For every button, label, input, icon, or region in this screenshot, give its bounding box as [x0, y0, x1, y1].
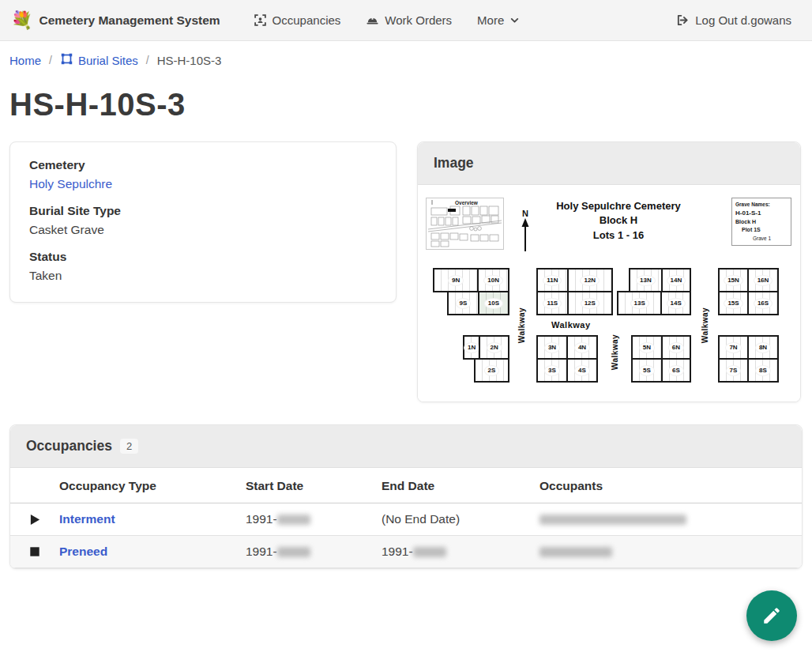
- breadcrumb-separator: /: [49, 54, 52, 66]
- plot-cell-10s-highlighted: 10S: [478, 292, 508, 314]
- plot-cell-13s: 13S: [618, 292, 660, 314]
- map-title-line1: Holy Sepulchre Cemetery: [526, 199, 711, 213]
- logout-button[interactable]: Log Out d.gowans: [667, 7, 801, 33]
- plot-cell-2s: 2S: [476, 360, 508, 381]
- legend-line: H-01-S-1: [735, 209, 788, 218]
- plot-cell-label: 12S: [581, 299, 599, 308]
- type-icon-column-header: [10, 468, 59, 503]
- nav-item-occupancies[interactable]: Occupancies: [244, 7, 351, 33]
- column-header-occupancy-type: Occupancy Type: [59, 468, 246, 503]
- nav-item-label: Work Orders: [385, 13, 452, 27]
- plot-map-image[interactable]: Overview: [425, 191, 793, 394]
- legend-line: Block H: [735, 218, 788, 227]
- top-navigation-bar: 💐 Cemetery Management System Occupancies…: [0, 0, 812, 41]
- hard-hat-icon: [366, 13, 379, 27]
- start-date-cell: 1991-: [246, 503, 382, 536]
- plot-cell-7n: 7N: [720, 337, 747, 358]
- plot-cell-16n: 16N: [747, 270, 777, 291]
- row-type-icon-cell: [10, 536, 59, 568]
- plot-cell-label: 8S: [756, 366, 770, 375]
- nav-item-more[interactable]: More: [468, 7, 529, 33]
- map-title-line3: Lots 1 - 16: [526, 228, 711, 243]
- plot-cell-6n: 6N: [661, 337, 690, 358]
- preneed-link[interactable]: Preneed: [59, 545, 107, 558]
- map-overview-thumbnail: Overview: [426, 198, 504, 250]
- legend-line: Grave Names:: [735, 201, 788, 209]
- play-icon: [29, 514, 41, 526]
- table-row-preneed[interactable]: Preneed 1991- 1991-: [10, 536, 802, 568]
- plot-cell-9n: 9N: [434, 270, 477, 291]
- nav-item-work-orders[interactable]: Work Orders: [356, 7, 461, 33]
- plot-cell-label: 15N: [724, 276, 742, 285]
- plot-cell-14n: 14N: [661, 270, 690, 291]
- plot-strip-3s-4s: 3S 4S: [536, 358, 598, 383]
- plot-cell-label: 16N: [754, 276, 773, 285]
- table-header-row: Occupancy Type Start Date End Date Occup…: [10, 468, 802, 503]
- plot-cell-label: 11S: [543, 299, 561, 308]
- image-card-header: Image: [418, 142, 800, 185]
- occupancies-title: Occupancies: [26, 438, 112, 454]
- occupancies-frame-person-icon: [254, 13, 267, 27]
- edit-fab-button[interactable]: [746, 590, 797, 641]
- redacted-end-date: [413, 547, 446, 557]
- plot-cell-label: 3N: [545, 343, 559, 353]
- legend-line: Plot 1S: [735, 226, 788, 235]
- end-date-cell: 1991-: [382, 536, 539, 568]
- plot-cell-label: 2N: [487, 343, 502, 353]
- end-date-cell: (No End Date): [382, 503, 539, 536]
- occupants-cell: [539, 503, 802, 536]
- overview-label: Overview: [455, 200, 478, 205]
- plot-strip-7n-8n: 7N 8N: [718, 335, 779, 360]
- plot-cell-label: 9S: [457, 299, 471, 308]
- plot-cell-label: 6N: [669, 343, 683, 353]
- occupants-cell: [539, 536, 802, 568]
- table-row-interment[interactable]: Interment 1991- (No End Date): [10, 503, 802, 536]
- plot-strip-2s: 2S: [474, 358, 509, 383]
- plot-boundary-icon: [60, 52, 73, 68]
- logout-label: Log Out d.gowans: [695, 13, 791, 27]
- plot-strip-5s-6s: 5S 6S: [631, 358, 691, 383]
- plot-cell-3s: 3S: [538, 360, 566, 381]
- map-title: Holy Sepulchre Cemetery Block H Lots 1 -…: [526, 199, 711, 243]
- plot-cell-5n: 5N: [633, 337, 661, 358]
- image-card: Image Overview: [417, 141, 801, 402]
- app-brand[interactable]: 💐 Cemetery Management System: [11, 12, 220, 29]
- end-date-prefix: 1991-: [382, 545, 413, 558]
- logout-icon: [676, 13, 690, 27]
- plot-cell-label: 7S: [727, 366, 741, 375]
- plot-strip-3n-4n: 3N 4N: [536, 335, 598, 360]
- plot-cell-label: 11N: [543, 276, 561, 285]
- legend-line: Grave 1: [735, 235, 788, 243]
- plot-cell-1n: 1N: [464, 337, 479, 358]
- plot-cell-label: 14N: [667, 276, 686, 285]
- plot-strip-13n-14n: 13N 14N: [629, 268, 691, 292]
- plot-cell-15s: 15S: [720, 292, 747, 314]
- page-title: HS-H-10S-3: [9, 87, 803, 123]
- interment-link[interactable]: Interment: [59, 512, 115, 526]
- cemetery-field: Cemetery Holy Sepulchre: [29, 158, 377, 191]
- plot-cell-3n: 3N: [538, 337, 566, 358]
- plot-cell-15n: 15N: [720, 270, 747, 291]
- breadcrumb-burial-sites-link[interactable]: Burial Sites: [60, 52, 138, 68]
- plot-cell-label: 5S: [640, 366, 654, 375]
- plot-cell-5s: 5S: [633, 360, 661, 381]
- plot-cell-16s: 16S: [747, 292, 777, 314]
- nav-item-label: Occupancies: [273, 13, 341, 27]
- plot-cell-label: 2S: [485, 366, 499, 375]
- occupancies-count-badge: 2: [120, 439, 138, 454]
- plot-strip-11s-12s: 11S 12S: [536, 291, 613, 315]
- breadcrumb-home-link[interactable]: Home: [9, 54, 41, 67]
- breadcrumb: Home / Burial Sites / HS-H-10S-3: [0, 41, 812, 76]
- chevron-down-icon: [509, 15, 520, 25]
- occupancies-table: Occupancy Type Start Date End Date Occup…: [10, 468, 802, 568]
- image-card-body: Overview: [418, 185, 800, 402]
- cemetery-link[interactable]: Holy Sepulchre: [29, 177, 112, 190]
- walkway-label-horizontal: Walkway: [551, 320, 591, 330]
- redacted-start-date: [277, 547, 310, 557]
- cards-row: Cemetery Holy Sepulchre Burial Site Type…: [0, 141, 812, 402]
- row-type-icon-cell: [10, 503, 59, 536]
- column-header-start-date: Start Date: [246, 468, 382, 503]
- plot-cell-6s: 6S: [661, 360, 690, 381]
- walkway-label-vertical: Walkway: [517, 302, 526, 349]
- plot-strip-1n-2n: 1N 2N: [463, 335, 509, 360]
